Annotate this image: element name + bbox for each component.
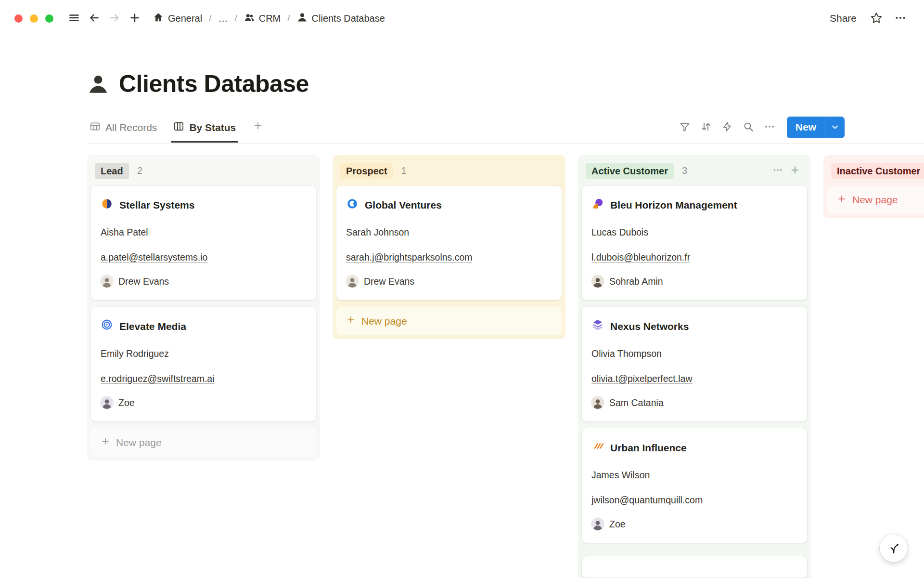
page-person-icon[interactable] [87,73,109,95]
sort-button[interactable] [696,118,716,137]
sort-icon [700,121,712,134]
breadcrumb-item-crm[interactable]: CRM [240,10,285,27]
breadcrumb-label: General [168,13,202,24]
automations-button[interactable] [718,118,737,137]
assistant-fab-button[interactable] [880,534,908,562]
view-more-button[interactable] [760,118,779,137]
tab-by-status[interactable]: By Status [171,117,238,142]
client-card-urban-influence[interactable]: Urban Influence James Wilson jwilson@qua… [582,428,807,543]
breadcrumb-label: CRM [259,13,281,24]
status-badge[interactable]: Prospect [340,163,393,179]
email-link[interactable]: a.patel@stellarsystems.io [101,252,207,263]
share-button[interactable]: Share [824,10,862,27]
column-add-card-button[interactable] [787,163,803,179]
client-card-stellar-systems[interactable]: Stellar Systems Aisha Patel a.patel@stel… [91,186,316,301]
kanban-board: Lead 2 Stellar Systems Aisha Patel a.pat… [87,144,924,578]
page-title: Clients Database [119,70,309,98]
contact-name: James Wilson [591,469,797,481]
contact-name: Sarah Johnson [346,226,552,238]
owner-avatar [591,275,604,288]
breadcrumb-item-clients-database[interactable]: Clients Database [293,10,389,27]
page-header: Clients Database [87,70,924,98]
window-zoom-button[interactable] [45,14,53,23]
breadcrumb: General / … / CRM / Clients Database [149,10,389,27]
company-name: Stellar Systems [119,198,194,212]
status-badge[interactable]: Active Customer [586,163,674,179]
new-page-quick-button[interactable] [125,8,145,28]
contact-name: Lucas Dubois [591,226,797,238]
tab-all-records[interactable]: All Records [87,117,159,142]
contact-email: a.patel@stellarsystems.io [101,251,307,263]
search-button[interactable] [739,118,758,137]
add-view-button[interactable] [250,120,266,139]
client-card-bleu-horizon[interactable]: Bleu Horizon Management Lucas Dubois l.d… [582,186,807,301]
owner-avatar [101,275,113,288]
breadcrumb-label: Clients Database [312,13,385,24]
column-count: 3 [682,165,687,176]
company-name: Elevate Media [119,320,186,333]
column-count: 2 [137,165,142,176]
breadcrumb-item-collapsed[interactable]: … [214,11,232,26]
plus-icon [128,12,141,26]
breadcrumb-item-general[interactable]: General [149,10,206,27]
breadcrumb-separator: / [207,13,213,24]
email-link[interactable]: sarah.j@brightsparksolns.com [346,252,473,263]
contact-email: olivia.t@pixelperfect.law [591,372,797,385]
owner-row: Drew Evans [101,275,307,288]
home-icon [153,12,164,25]
new-record-button[interactable]: New [787,117,845,138]
topbar-actions: Share [824,8,911,28]
card-title-row: Global Ventures [346,197,552,213]
board-column-lead: Lead 2 Stellar Systems Aisha Patel a.pat… [87,155,320,461]
new-page-button-lead[interactable]: New page [91,428,316,457]
contact-name: Olivia Thompson [591,347,797,360]
favorite-button[interactable] [866,8,886,28]
client-card-global-ventures[interactable]: Global Ventures Sarah Johnson sarah.j@br… [336,186,562,301]
new-page-label: New page [852,194,898,206]
tab-label: By Status [189,122,236,133]
chevron-down-icon[interactable] [825,117,845,138]
window-minimize-button[interactable] [30,14,38,23]
arrow-left-icon [88,12,101,26]
status-badge[interactable]: Inactive Customer [831,163,924,179]
filter-button[interactable] [675,118,694,137]
new-page-button-prospect[interactable]: New page [336,307,562,335]
column-more-button[interactable] [770,163,786,179]
sidebar-toggle-button[interactable] [64,8,84,28]
owner-avatar [591,518,604,530]
stellar-systems-logo-icon [101,197,113,213]
email-link[interactable]: l.dubois@bleuhorizon.fr [591,252,690,263]
email-link[interactable]: olivia.t@pixelperfect.law [591,373,692,384]
contact-email: e.rodriguez@swiftstream.ai [101,372,307,385]
client-card-elevate-media[interactable]: Elevate Media Emily Rodriguez e.rodrigue… [91,307,316,421]
nav-forward-button[interactable] [104,8,125,28]
owner-row: Zoe [101,396,307,409]
column-header: Active Customer 3 [582,159,807,186]
new-page-label: New page [361,315,407,327]
owner-name: Drew Evans [364,276,414,287]
plus-icon [101,436,110,448]
client-card-nexus-networks[interactable]: Nexus Networks Olivia Thompson olivia.t@… [582,307,807,421]
email-link[interactable]: jwilson@quantumquill.com [591,495,703,505]
plus-icon [790,165,800,177]
arrow-right-icon [108,12,121,26]
column-header: Prospect 1 [336,159,562,186]
window-close-button[interactable] [14,14,23,23]
column-actions [770,163,803,179]
status-badge[interactable]: Lead [95,163,129,179]
email-link[interactable]: e.rodriguez@swiftstream.ai [101,373,215,384]
client-card-partial[interactable] [582,556,807,578]
nexus-networks-logo-icon [591,318,604,334]
elevate-media-logo-icon [101,318,113,334]
page-content: Clients Database All Records By Status [0,70,924,578]
owner-row: Drew Evans [346,275,552,288]
contact-email: l.dubois@bleuhorizon.fr [591,251,797,263]
ellipsis-icon [764,121,775,134]
company-name: Global Ventures [365,198,442,212]
nav-back-button[interactable] [84,8,104,28]
column-header: Inactive Customer [827,159,924,186]
owner-name: Zoe [118,397,135,408]
page-more-button[interactable] [890,8,911,28]
contact-name: Aisha Patel [101,226,307,238]
new-page-button-inactive[interactable]: New page [827,186,924,214]
